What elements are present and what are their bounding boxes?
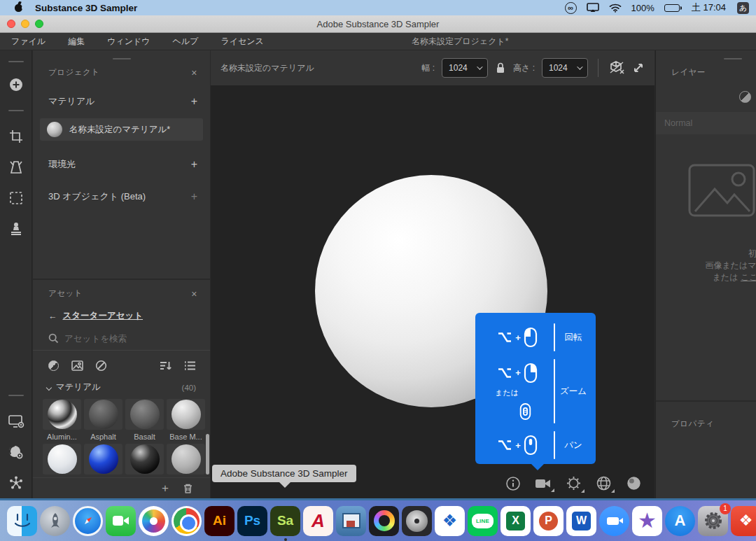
info-icon[interactable] — [505, 476, 521, 491]
dock-chrome[interactable] — [172, 506, 202, 536]
asset-thumb-row2-1[interactable] — [43, 444, 81, 475]
option-key-icon — [497, 367, 512, 379]
menu-edit[interactable]: 編集 — [57, 36, 96, 48]
blend-filter-icon[interactable] — [739, 91, 751, 103]
asset-search-input[interactable] — [64, 334, 183, 344]
menubar-clock[interactable]: 土 17:04 — [692, 1, 726, 14]
asset-search-bar[interactable] — [33, 333, 210, 351]
dock-illustrator[interactable]: Ai — [204, 506, 234, 536]
material-ball — [89, 400, 118, 429]
pan-shortcut-row: + パン — [485, 430, 587, 460]
delete-asset-icon[interactable] — [183, 483, 193, 494]
click-here-link[interactable]: ここをクリックし — [741, 272, 756, 282]
asset-thumb-asphalt[interactable]: Asphalt — [84, 399, 122, 441]
dock-app-store[interactable]: A — [665, 506, 695, 536]
stamp-tool-icon[interactable] — [4, 217, 28, 241]
viewport-canvas[interactable]: + 回転 + — [211, 85, 654, 498]
dock-facetime[interactable] — [106, 506, 136, 536]
lock-aspect-icon[interactable] — [495, 62, 506, 74]
dock-substance-stager[interactable]: ❖ — [435, 506, 465, 536]
dock-safari[interactable] — [73, 506, 103, 536]
asset-thumb-row2-2[interactable] — [84, 444, 122, 475]
tiling-tool-icon[interactable] — [4, 186, 28, 210]
materials-group-header[interactable]: マテリアル (40) — [33, 381, 210, 393]
environment-section-label: 環境光 — [48, 158, 76, 171]
add-layer-icon[interactable] — [4, 73, 28, 97]
dock-line[interactable]: LINE — [468, 506, 498, 536]
menu-license[interactable]: ライセンス — [209, 36, 274, 48]
dock-launchpad[interactable] — [40, 506, 70, 536]
material-ball — [89, 444, 118, 474]
dock-imovie[interactable]: ★ — [632, 506, 662, 536]
filter-materials-icon[interactable] — [47, 359, 59, 372]
menu-help[interactable]: ヘルプ — [162, 36, 210, 48]
add-asset-button[interactable]: + — [162, 482, 169, 494]
wifi-icon[interactable] — [609, 3, 622, 13]
starter-assets-link[interactable]: スターターアセット — [63, 310, 144, 322]
list-view-icon[interactable] — [183, 359, 196, 372]
menu-file[interactable]: ファイル — [0, 36, 57, 48]
battery-icon: ⚡ — [664, 4, 682, 12]
object-section-label: 3D オブジェクト (Beta) — [48, 190, 146, 203]
dock-zoom[interactable] — [599, 506, 629, 536]
dock-excel[interactable]: X — [500, 506, 531, 536]
panel-drag-handle[interactable] — [113, 58, 131, 59]
dock-final-cut-pro[interactable] — [369, 506, 399, 536]
filter-images-icon[interactable] — [71, 359, 83, 372]
add-material-button[interactable]: + — [191, 95, 197, 108]
render-sphere-icon[interactable] — [626, 475, 642, 491]
add-environment-button[interactable]: + — [191, 158, 197, 171]
assets-scrollbar[interactable] — [206, 434, 209, 475]
rail-drag-handle[interactable] — [8, 61, 24, 62]
dock-red-diamond-app[interactable]: ❖ — [731, 506, 756, 536]
share-icon[interactable] — [4, 471, 28, 495]
close-icon[interactable]: × — [191, 68, 197, 78]
asset-thumb-basalt[interactable]: Basalt — [125, 399, 164, 441]
environment-icon[interactable] — [566, 475, 582, 491]
fullscreen-icon[interactable] — [632, 62, 645, 74]
add-object-button[interactable]: + — [191, 190, 197, 203]
back-arrow-icon[interactable]: ← — [48, 311, 57, 321]
display-settings-icon[interactable] — [4, 409, 28, 433]
apple-menu-icon[interactable] — [13, 3, 25, 13]
wireframe-globe-icon[interactable] — [596, 475, 612, 491]
asset-thumb-base-material[interactable]: Base M... — [167, 399, 205, 441]
menu-window[interactable]: ウィンドウ — [96, 36, 161, 48]
dock-photoshop[interactable]: Ps — [237, 506, 267, 536]
dock-home-design-app[interactable] — [336, 506, 366, 536]
perspective-tool-icon[interactable] — [4, 155, 28, 179]
sort-icon[interactable] — [160, 359, 172, 372]
crop-tool-icon[interactable] — [4, 125, 28, 148]
dock-system-settings[interactable]: 1 — [698, 506, 728, 536]
viewer-settings-icon[interactable] — [4, 440, 28, 464]
menubar-app-name[interactable]: Substance 3D Sampler — [35, 3, 137, 13]
dock-finder[interactable] — [7, 506, 37, 536]
left-tool-rail — [0, 50, 32, 498]
filter-environments-icon[interactable] — [94, 359, 107, 372]
material-thumbnail-grid: Alumin... Asphalt Basalt Base M... — [33, 393, 210, 475]
width-select[interactable]: 1024 — [442, 58, 488, 78]
camera-icon[interactable] — [535, 477, 552, 491]
dock-disk-utility[interactable] — [402, 506, 432, 536]
asset-thumb-aluminium[interactable]: Alumin... — [43, 399, 81, 441]
dock-word[interactable]: W — [566, 506, 596, 536]
height-select[interactable]: 1024 — [542, 58, 588, 78]
app-main-area: プロジェクト × マテリアル + 名称未設定のマテリアル* 環境光 + 3D オ… — [0, 50, 756, 498]
blend-mode-select[interactable]: Normal — [656, 112, 756, 134]
input-source-badge[interactable]: あ — [737, 2, 749, 14]
window-title: Adobe Substance 3D Sampler — [0, 19, 756, 29]
dock-powerpoint[interactable]: P — [533, 506, 564, 536]
close-icon[interactable]: × — [191, 289, 197, 299]
dock-substance-sampler[interactable]: Sa — [270, 506, 300, 536]
screen-mirroring-icon[interactable] — [587, 3, 599, 13]
creative-cloud-icon[interactable]: ∞ — [565, 2, 577, 14]
starter-assets-breadcrumb[interactable]: ← スターターアセット — [33, 310, 210, 322]
dock-photos[interactable] — [139, 506, 169, 536]
dock-autocad[interactable]: A — [303, 506, 333, 536]
toggle-3d-view-icon[interactable] — [608, 60, 625, 76]
zoom-shortcut-row: + または ズーム — [485, 358, 587, 425]
panel-drag-handle[interactable] — [724, 58, 742, 59]
asset-thumb-row2-3[interactable] — [125, 444, 164, 475]
asset-thumb-row2-4[interactable] — [167, 444, 205, 475]
material-list-item[interactable]: 名称未設定のマテリアル* — [40, 118, 203, 141]
